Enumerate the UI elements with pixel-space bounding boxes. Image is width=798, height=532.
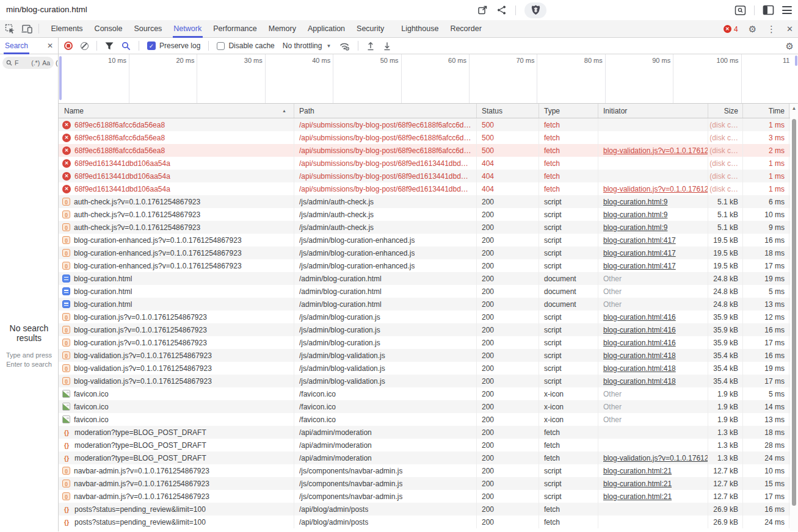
settings-gear-icon[interactable]: ⚙ (749, 24, 756, 34)
network-settings-gear-icon[interactable]: ⚙ (786, 41, 794, 51)
timeline-handle-right[interactable] (795, 56, 797, 66)
close-devtools-icon[interactable]: ✕ (786, 25, 793, 33)
network-request-row[interactable]: ()blog-curation.js?v=0.1.0.1761254867923… (59, 336, 798, 349)
initiator-text[interactable]: blog-curation.html:418 (603, 377, 676, 386)
network-request-row[interactable]: ()blog-curation.js?v=0.1.0.1761254867923… (59, 323, 798, 336)
initiator-text[interactable]: blog-curation.html:416 (603, 339, 676, 347)
initiator-text[interactable]: blog-curation.html:416 (603, 326, 676, 334)
search-panel-tab[interactable]: Search (4, 38, 29, 54)
network-request-row[interactable]: {}posts?status=pending_review&limit=100/… (59, 503, 798, 516)
network-request-row[interactable]: ()blog-curation-enhanced.js?v=0.1.0.1761… (59, 246, 798, 259)
network-request-row[interactable]: ()auth-check.js?v=0.1.0.1761254867923/js… (59, 195, 798, 208)
column-header-time[interactable]: Time (743, 104, 789, 118)
clear-network-log-icon[interactable] (81, 42, 89, 50)
timeline-handle-left[interactable] (59, 56, 62, 100)
brave-shield-icon[interactable] (524, 2, 546, 18)
network-request-row[interactable]: ()navbar-admin.js?v=0.1.0.1761254867923/… (59, 464, 798, 477)
scroll-up-arrow[interactable]: ▲ (790, 106, 798, 111)
column-header-initiator[interactable]: Initiator (598, 104, 708, 118)
network-request-row[interactable]: ✕68f9ec6188f6afcc6da56ea8/api/submission… (59, 144, 798, 157)
column-header-type[interactable]: Type (539, 104, 598, 118)
initiator-text[interactable]: blog-curation.html:417 (603, 236, 676, 245)
network-request-row[interactable]: ()navbar-admin.js?v=0.1.0.1761254867923/… (59, 490, 798, 503)
tab-performance[interactable]: Performance (208, 20, 263, 38)
initiator-text[interactable]: blog-curation.html:21 (603, 492, 672, 501)
vertical-scrollbar[interactable]: ▲ (790, 104, 798, 531)
network-request-row[interactable]: ✕68f9ed1613441dbd106aa54a/api/submission… (59, 182, 798, 195)
export-har-icon[interactable] (366, 41, 375, 51)
filter-icon[interactable] (105, 42, 114, 50)
share-icon[interactable] (496, 5, 507, 15)
close-search-panel-icon[interactable]: ✕ (47, 41, 53, 50)
column-header-status[interactable]: Status (477, 104, 539, 118)
column-header-path[interactable]: Path (294, 104, 477, 118)
tab-security[interactable]: Security (351, 20, 390, 38)
tab-application[interactable]: Application (302, 20, 350, 38)
column-header-size[interactable]: Size (708, 104, 743, 118)
network-request-row[interactable]: {}moderation?type=BLOG_POST_DRAFT/api/ad… (59, 439, 798, 451)
device-toolbar-icon[interactable] (21, 24, 32, 34)
network-request-row[interactable]: ()blog-curation-enhanced.js?v=0.1.0.1761… (59, 234, 798, 246)
column-header-name[interactable]: Name▲ (59, 104, 294, 118)
throttling-select[interactable]: No throttling ▼ (283, 41, 332, 50)
inspect-element-icon[interactable] (5, 24, 15, 34)
tab-lighthouse[interactable]: Lighthouse (396, 20, 444, 38)
search-input[interactable]: F (.*) Aa (2, 57, 54, 69)
console-error-badge[interactable]: ✕ 4 (724, 25, 738, 34)
menu-icon[interactable] (782, 6, 792, 14)
tab-console[interactable]: Console (89, 20, 128, 38)
import-har-icon[interactable] (383, 41, 391, 51)
initiator-text[interactable]: blog-curation.html:417 (603, 249, 676, 257)
initiator-text[interactable]: blog-validation.js?v=0.1.0.176125 (603, 185, 708, 193)
search-network-icon[interactable] (122, 41, 131, 51)
initiator-text[interactable]: blog-curation.html:9 (603, 223, 667, 232)
match-case-toggle[interactable]: Aa (42, 59, 50, 66)
network-request-row[interactable]: favicon.ico/favicon.ico200x-iconOther1.9… (59, 413, 798, 426)
network-request-row[interactable]: ✕68f9ec6188f6afcc6da56ea8/api/submission… (59, 118, 798, 131)
disable-cache-checkbox[interactable]: Disable cache (217, 41, 274, 50)
network-request-row[interactable]: ✕68f9ed1613441dbd106aa54a/api/submission… (59, 170, 798, 182)
tab-sources[interactable]: Sources (128, 20, 168, 38)
initiator-text[interactable]: blog-curation.html:417 (603, 262, 676, 270)
open-in-new-icon[interactable] (477, 5, 488, 15)
network-request-row[interactable]: blog-curation.html/admin/blog-curation.h… (59, 272, 798, 285)
tab-memory[interactable]: Memory (263, 20, 302, 38)
tab-network[interactable]: Network (168, 20, 208, 38)
initiator-text[interactable]: blog-validation.js?v=0.1.0.176125 (603, 146, 708, 155)
regex-toggle[interactable]: (.*) (31, 59, 40, 66)
network-overview-timeline[interactable]: 10 ms20 ms30 ms40 ms50 ms60 ms70 ms80 ms… (59, 54, 798, 104)
network-request-row[interactable]: {}moderation?type=BLOG_POST_DRAFT/api/ad… (59, 451, 798, 464)
scrollbar-thumb[interactable] (792, 119, 796, 506)
network-request-row[interactable]: ()blog-validation.js?v=0.1.0.17612548679… (59, 362, 798, 375)
network-request-row[interactable]: favicon.ico/favicon.ico200x-iconOther1.9… (59, 387, 798, 400)
network-request-row[interactable]: ()blog-curation.js?v=0.1.0.1761254867923… (59, 311, 798, 323)
initiator-text[interactable]: blog-curation.html:416 (603, 313, 676, 322)
initiator-text[interactable]: blog-curation.html:418 (603, 364, 676, 373)
sidebar-toggle-icon[interactable] (763, 5, 774, 15)
preserve-log-checkbox[interactable]: ✓ Preserve log (147, 41, 200, 50)
tab-elements[interactable]: Elements (45, 20, 89, 38)
network-request-row[interactable]: ()auth-check.js?v=0.1.0.1761254867923/js… (59, 208, 798, 221)
initiator-text[interactable]: blog-curation.html:9 (603, 198, 667, 206)
network-conditions-icon[interactable] (339, 41, 350, 51)
initiator-text[interactable]: blog-curation.html:21 (603, 480, 672, 488)
network-request-row[interactable]: ✕68f9ec6188f6afcc6da56ea8/api/submission… (59, 131, 798, 144)
network-request-row[interactable]: ()blog-validation.js?v=0.1.0.17612548679… (59, 375, 798, 387)
initiator-text[interactable]: blog-validation.js?v=0.1.0.176125 (603, 454, 708, 462)
network-request-row[interactable]: ()blog-validation.js?v=0.1.0.17612548679… (59, 349, 798, 362)
network-request-row[interactable]: favicon.ico/favicon.ico200x-iconOther1.9… (59, 400, 798, 413)
network-request-row[interactable]: ✕68f9ed1613441dbd106aa54a/api/submission… (59, 157, 798, 170)
network-request-row[interactable]: ()blog-curation-enhanced.js?v=0.1.0.1761… (59, 259, 798, 272)
network-request-row[interactable]: blog-curation.html/admin/blog-curation.h… (59, 285, 798, 298)
network-request-row[interactable]: {}posts?status=pending_review&limit=100/… (59, 516, 798, 528)
kebab-menu-icon[interactable]: ⋮ (767, 24, 776, 34)
tab-recorder[interactable]: Recorder (444, 20, 487, 38)
network-request-row[interactable]: ()auth-check.js?v=0.1.0.1761254867923/js… (59, 221, 798, 234)
initiator-text[interactable]: blog-curation.html:418 (603, 351, 676, 360)
record-network-log-icon[interactable] (64, 41, 73, 50)
network-request-row[interactable]: ()navbar-admin.js?v=0.1.0.1761254867923/… (59, 477, 798, 490)
network-request-row[interactable]: {}moderation?type=BLOG_POST_DRAFT/api/ad… (59, 426, 798, 439)
initiator-text[interactable]: blog-curation.html:21 (603, 467, 672, 475)
search-tabs-icon[interactable] (735, 5, 746, 16)
network-request-row[interactable]: blog-curation.html/admin/blog-curation.h… (59, 298, 798, 311)
